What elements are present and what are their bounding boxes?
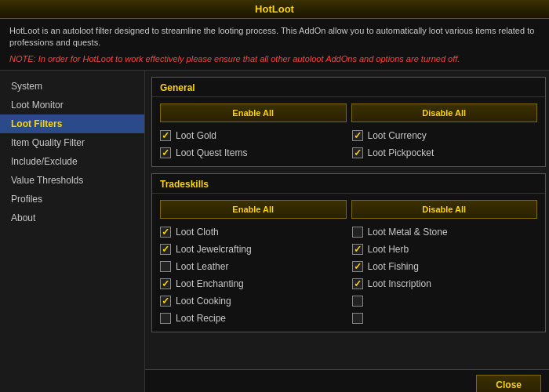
checkbox-label: Loot Gold [176,130,216,141]
checkbox-box[interactable] [352,313,363,324]
checkmark-icon: ✓ [162,296,169,306]
sidebar-item-about[interactable]: About [0,209,144,227]
checkbox-label: Loot Metal & Stone [368,227,448,238]
checkbox-item-Loot Cloth[interactable]: ✓Loot Cloth [160,225,346,239]
app-title: HotLoot [255,3,294,15]
checkmark-icon: ✓ [354,148,362,158]
checkbox-item-Loot Cooking[interactable]: ✓Loot Cooking [160,294,346,308]
checkbox-item-Loot Enchanting[interactable]: ✓Loot Enchanting [160,277,346,291]
checkbox-box[interactable]: ✓ [160,244,171,255]
checkbox-item-9[interactable] [352,294,538,308]
title-bar: HotLoot [0,0,549,19]
checkbox-label: Loot Quest Items [176,147,247,158]
checkbox-box[interactable] [160,313,171,324]
close-button[interactable]: Close [476,375,541,392]
checkmark-icon: ✓ [162,227,169,237]
checkbox-box[interactable] [160,261,171,272]
checkbox-box[interactable]: ✓ [352,261,363,272]
checkbox-box[interactable]: ✓ [160,296,171,307]
checkbox-label: Loot Fishing [368,261,419,272]
checkmark-icon: ✓ [354,131,362,140]
sidebar-item-loot-filters[interactable]: Loot Filters [0,114,144,133]
checkbox-box[interactable]: ✓ [352,147,363,158]
checkbox-label: Loot Inscription [368,278,431,289]
checkbox-label: Loot Cooking [176,296,231,307]
sidebar-item-value-thresholds[interactable]: Value Thresholds [0,171,144,190]
checkmark-icon: ✓ [354,262,362,271]
sidebar-item-item-quality-filter[interactable]: Item Quality Filter [0,133,144,152]
checkbox-box[interactable]: ✓ [352,244,363,255]
content-area: GeneralEnable AllDisable All✓Loot Gold✓L… [145,71,549,392]
checkbox-box[interactable]: ✓ [160,130,171,141]
checkbox-item-Loot Currency[interactable]: ✓Loot Currency [352,129,538,143]
sidebar-item-include/exclude[interactable]: Include/Exclude [0,152,144,171]
checkbox-item-Loot Leather[interactable]: Loot Leather [160,260,346,274]
checkmark-icon: ✓ [354,245,362,254]
checkbox-box[interactable]: ✓ [160,278,171,289]
checkbox-item-Loot Inscription[interactable]: ✓Loot Inscription [352,277,538,291]
section-header-general: General [152,78,545,97]
bottom-bar: Close [145,369,549,392]
checkbox-label: Loot Leather [176,261,228,272]
checkbox-label: Loot Pickpocket [368,147,434,158]
section-tradeskills: TradeskillsEnable AllDisable All✓Loot Cl… [151,173,546,332]
checkbox-label: Loot Cloth [176,227,219,238]
checkmark-icon: ✓ [162,279,169,289]
checkmark-icon: ✓ [354,279,362,289]
checkbox-item-Loot Metal & Stone[interactable]: Loot Metal & Stone [352,225,538,239]
checkmark-icon: ✓ [162,245,169,254]
checkbox-label: Loot Recipe [176,313,226,324]
sidebar-item-system[interactable]: System [0,77,144,96]
sidebar: SystemLoot MonitorLoot FiltersItem Quali… [0,71,145,392]
checkbox-box[interactable] [352,296,363,307]
checkbox-label: Loot Enchanting [176,278,244,289]
checkbox-box[interactable]: ✓ [160,147,171,158]
enable-all-button-tradeskills[interactable]: Enable All [160,200,347,219]
checkbox-box[interactable]: ✓ [352,278,363,289]
section-header-tradeskills: Tradeskills [152,174,545,194]
checkbox-item-Loot Pickpocket[interactable]: ✓Loot Pickpocket [352,146,538,160]
warning-text: NOTE: In order for HotLoot to work effec… [9,54,540,64]
checkbox-box[interactable] [352,227,363,238]
section-general: GeneralEnable AllDisable All✓Loot Gold✓L… [151,77,546,167]
checkbox-label: Loot Herb [368,244,409,255]
checkbox-item-Loot Jewelcrafting[interactable]: ✓Loot Jewelcrafting [160,242,346,256]
checkbox-label: Loot Jewelcrafting [176,244,252,255]
content-scroll: GeneralEnable AllDisable All✓Loot Gold✓L… [145,71,549,369]
checkbox-box[interactable]: ✓ [160,227,171,238]
sidebar-item-profiles[interactable]: Profiles [0,190,144,209]
enable-all-button-general[interactable]: Enable All [160,103,347,122]
checkbox-item-Loot Gold[interactable]: ✓Loot Gold [160,129,346,143]
checkbox-label: Loot Currency [368,130,427,141]
description-area: HotLoot is an autoloot filter designed t… [0,19,549,71]
main-layout: SystemLoot MonitorLoot FiltersItem Quali… [0,71,549,392]
checkmark-icon: ✓ [162,148,169,158]
checkbox-item-Loot Herb[interactable]: ✓Loot Herb [352,242,538,256]
sidebar-item-loot-monitor[interactable]: Loot Monitor [0,96,144,114]
description-text: HotLoot is an autoloot filter designed t… [9,25,540,49]
checkbox-item-Loot Quest Items[interactable]: ✓Loot Quest Items [160,146,346,160]
checkbox-item-Loot Fishing[interactable]: ✓Loot Fishing [352,260,538,274]
disable-all-button-tradeskills[interactable]: Disable All [351,200,538,219]
checkbox-item-11[interactable] [352,311,538,325]
disable-all-button-general[interactable]: Disable All [351,103,538,122]
checkbox-box[interactable]: ✓ [352,130,363,141]
checkmark-icon: ✓ [162,131,169,140]
checkbox-item-Loot Recipe[interactable]: Loot Recipe [160,311,346,325]
